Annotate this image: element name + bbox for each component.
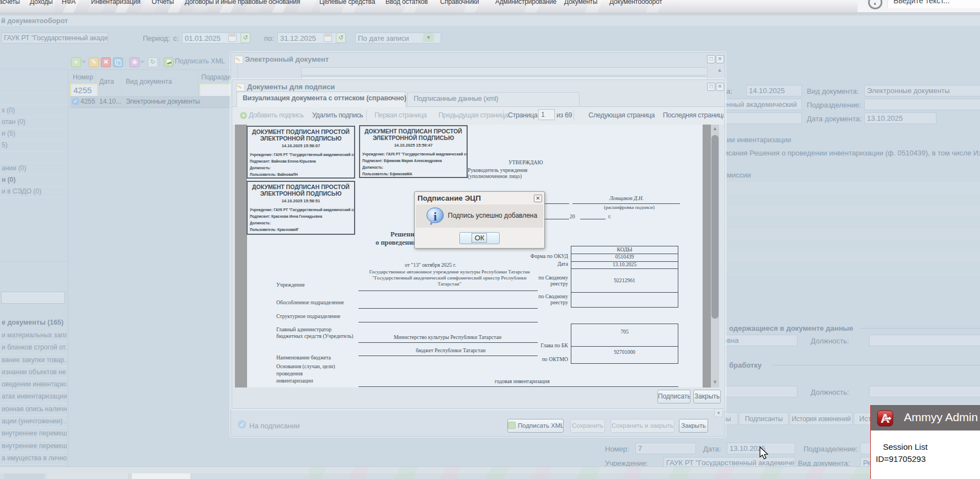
svg-text:i: i	[433, 209, 437, 223]
